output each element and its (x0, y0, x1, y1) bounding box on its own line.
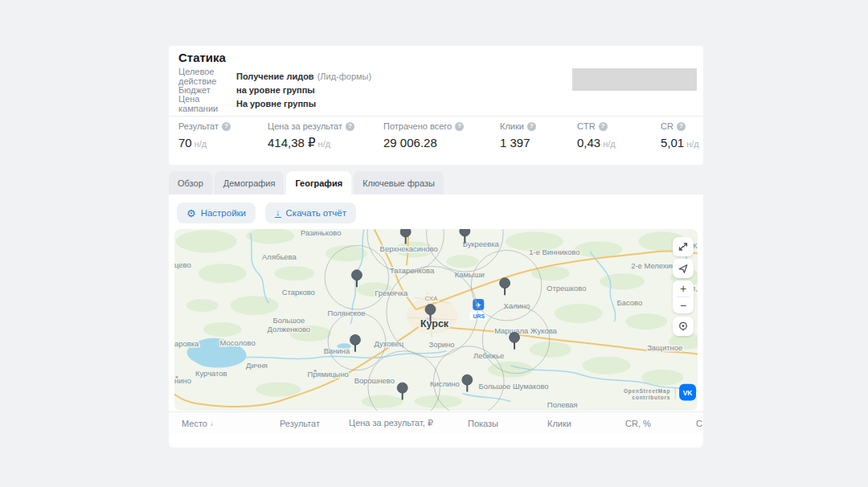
stat-clicks: Клики? 1 397 (500, 121, 577, 150)
map-place-label: Зорино (428, 340, 454, 349)
stat-suffix: н/д (603, 139, 616, 149)
map-pin[interactable] (397, 383, 407, 399)
map-pin[interactable] (500, 278, 510, 295)
geography-panel: ⚙ Настройки ↓ Скачать отчёт (169, 194, 703, 448)
help-icon[interactable]: ? (222, 122, 231, 131)
campaign-fields: Целевое действие Получение лидов (Лид-фо… (178, 69, 371, 110)
map-place-label: Ворошнево (354, 376, 395, 385)
map-place-label: Алябьева (262, 252, 297, 261)
help-icon[interactable]: ? (599, 122, 608, 131)
help-icon[interactable]: ? (455, 122, 464, 131)
map-pin[interactable] (400, 229, 411, 244)
tab-overview[interactable]: Обзор (169, 171, 212, 194)
column-clicks[interactable]: Клики (547, 419, 625, 428)
field-label: Цена кампании (178, 94, 236, 113)
location-target-icon (677, 320, 690, 333)
map-pin[interactable] (351, 270, 362, 287)
map-pin[interactable] (350, 334, 360, 351)
sort-desc-icon: ↓ (210, 419, 214, 428)
svg-text:VK: VK (683, 389, 694, 397)
stat-cr: CR? 5,01н/д (661, 121, 699, 150)
column-cost-per-result[interactable]: Цена за результат, ₽ (349, 418, 468, 428)
map-place-label: Курск (420, 318, 449, 329)
stat-value: 0,43 (577, 136, 600, 149)
field-target-action: Целевое действие Получение лидов (Лид-фо… (178, 69, 371, 83)
map-place-label: Старково (282, 288, 315, 297)
field-value: на уровне группы (236, 85, 315, 95)
map-svg: ✈ URS OpenStreetMap contributors VK Рази… (174, 229, 698, 411)
locate-arrow-button[interactable] (673, 259, 694, 278)
stat-value: 29 006.28 (383, 136, 437, 149)
stat-value: 414,38 ₽ (268, 136, 316, 149)
toolbar: ⚙ Настройки ↓ Скачать отчёт (177, 203, 356, 223)
geo-table-header: Место ↓ Результат Цена за результат, ₽ П… (169, 411, 703, 434)
tab-keywords[interactable]: Ключевые фразы (354, 171, 444, 194)
geo-map[interactable]: ✈ URS OpenStreetMap contributors VK Рази… (174, 229, 698, 411)
navigation-arrow-icon (677, 262, 690, 275)
page-title: Статика (178, 51, 226, 64)
campaign-stats-card: Статика Целевое действие Получение лидов… (169, 46, 703, 165)
divider (169, 116, 703, 117)
my-location-button[interactable] (673, 317, 694, 336)
map-place-label: Большое Шумаково (479, 382, 549, 391)
zoom-in-button[interactable]: + (673, 280, 694, 297)
map-place-label: Отрешково (547, 284, 586, 293)
field-campaign-price: Цена кампании На уровне группы (178, 96, 371, 110)
map-place-label: Кислино (430, 379, 460, 388)
redacted-box (572, 68, 697, 91)
gear-icon: ⚙ (186, 208, 196, 219)
zoom-out-button[interactable]: − (673, 297, 694, 313)
help-icon[interactable]: ? (346, 122, 354, 131)
column-impressions[interactable]: Показы (468, 419, 547, 428)
map-place-label: аровка (174, 339, 199, 348)
field-label: Целевое действие (178, 67, 236, 86)
stat-value: 1 397 (500, 136, 530, 149)
map-place-label: Гремячка (375, 289, 408, 297)
map-place-label: Большое (272, 316, 305, 325)
map-place-label: цево (174, 260, 191, 269)
settings-button[interactable]: ⚙ Настройки (177, 203, 256, 223)
stat-suffix: н/д (194, 139, 207, 149)
map-place-label: Курчатов (195, 369, 227, 378)
column-cr[interactable]: CR, % (625, 419, 696, 428)
map-place-label: Букреевка (463, 239, 500, 248)
attribution-line2: contributors (632, 395, 670, 400)
map-pin[interactable] (462, 374, 473, 391)
field-value: Получение лидов (236, 72, 314, 81)
expand-icon (677, 240, 690, 253)
tab-geography[interactable]: География (286, 171, 351, 194)
map-place-label: нино (174, 376, 191, 385)
attribution-line1: OpenStreetMap (624, 388, 670, 395)
stat-label: CTR (577, 121, 596, 131)
map-place-label: Дичня (246, 361, 268, 370)
stat-label: Клики (500, 121, 524, 131)
stat-label: Результат (178, 121, 219, 131)
help-icon[interactable]: ? (677, 122, 686, 131)
stat-cost-per-result: Цена за результат? 414,38 ₽н/д (268, 121, 383, 150)
field-value-secondary: (Лид-формы) (317, 72, 372, 81)
stat-suffix: н/д (686, 139, 699, 149)
stat-value: 5,01 (661, 136, 684, 149)
fullscreen-button[interactable] (673, 237, 694, 256)
column-result[interactable]: Результат (280, 419, 349, 428)
stat-total-spent: Потрачено всего? 29 006.28 (383, 121, 500, 150)
report-tabs: Обзор Демография География Ключевые фраз… (169, 171, 444, 194)
map-place-label: СХА (425, 295, 439, 302)
map-pin[interactable] (510, 332, 520, 349)
map-place-label: Ванина (324, 346, 350, 355)
download-button-label: Скачать отчёт (286, 208, 346, 218)
map-place-label: Разиньково (301, 229, 342, 237)
stat-label: Цена за результат (268, 121, 342, 131)
map-place-label: Защитное (647, 343, 682, 352)
download-report-button[interactable]: ↓ Скачать отчёт (265, 203, 356, 223)
column-place[interactable]: Место ↓ (182, 419, 280, 428)
map-place-label: Прямицыно (307, 370, 348, 379)
airport-icon[interactable]: ✈ URS (469, 299, 488, 320)
tab-demography[interactable]: Демография (215, 171, 285, 194)
help-icon[interactable]: ? (527, 122, 536, 131)
map-place-label: Долженково (268, 325, 310, 334)
field-value: На уровне группы (236, 99, 316, 108)
stat-label: Потрачено всего (383, 121, 452, 131)
column-clipped[interactable]: С (696, 419, 703, 428)
map-place-label: Полевая (547, 400, 578, 409)
